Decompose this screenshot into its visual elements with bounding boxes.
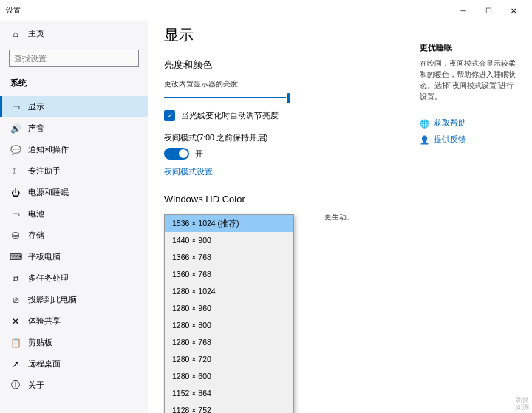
resolution-option[interactable]: 1128 × 752 [165, 402, 293, 413]
resolution-option[interactable]: 1280 × 1024 [165, 283, 293, 300]
nav-icon: 📋 [10, 338, 21, 348]
sidebar-item-7[interactable]: ⌨平板电脑 [0, 246, 148, 267]
resolution-option[interactable]: 1280 × 768 [165, 334, 293, 351]
sidebar-item-8[interactable]: ⧉多任务处理 [0, 267, 148, 289]
home-button[interactable]: ⌂ 主页 [0, 24, 148, 44]
app-title: 设置 [6, 5, 21, 16]
home-icon: ⌂ [10, 29, 21, 39]
nav-label: 显示 [28, 101, 44, 112]
slider-thumb[interactable] [287, 93, 290, 103]
resolution-dropdown[interactable]: 1536 × 1024 (推荐)1440 × 9001366 × 7681360… [164, 214, 294, 413]
checkbox-checked-icon[interactable]: ✓ [164, 110, 175, 121]
sidebar-item-5[interactable]: ▭电池 [0, 203, 148, 225]
resolution-option[interactable]: 1366 × 768 [165, 249, 293, 266]
nav-label: 电池 [28, 208, 44, 219]
auto-brightness-row[interactable]: ✓ 当光线变化时自动调节亮度 [164, 110, 437, 121]
nav-icon: 🔊 [10, 123, 21, 134]
sidebar-item-3[interactable]: ☾专注助手 [0, 160, 148, 182]
night-mode-toggle[interactable] [164, 148, 189, 160]
night-mode-settings-link[interactable]: 夜间模式设置 [164, 167, 437, 177]
nav-label: 远程桌面 [28, 358, 61, 369]
nav-icon: ⓘ [10, 380, 21, 391]
nav-label: 平板电脑 [28, 251, 61, 262]
nav-label: 投影到此电脑 [28, 294, 77, 305]
sidebar-item-1[interactable]: 🔊声音 [0, 117, 148, 139]
nav-label: 关于 [28, 380, 44, 391]
resolution-option[interactable]: 1280 × 960 [165, 300, 293, 317]
nav-label: 电源和睡眠 [28, 187, 69, 198]
resolution-option[interactable]: 1280 × 600 [165, 368, 293, 385]
sidebar-item-10[interactable]: ✕体验共享 [0, 310, 148, 332]
resolution-option[interactable]: 1280 × 720 [165, 351, 293, 368]
nav-icon: ⧉ [10, 273, 21, 284]
sidebar-item-4[interactable]: ⏻电源和睡眠 [0, 182, 148, 203]
nav-label: 存储 [28, 230, 44, 241]
nav-icon: ⎚ [10, 295, 21, 305]
sidebar-item-6[interactable]: ⛁存储 [0, 225, 148, 246]
nav-label: 体验共享 [28, 315, 61, 327]
feedback-icon: 👤 [420, 135, 429, 145]
nav-label: 专注助手 [28, 165, 61, 177]
main-area: 显示 亮度和颜色 更改内置显示器的亮度 ✓ 当光线变化时自动调节亮度 夜间模式(… [148, 21, 532, 413]
sidebar-item-13[interactable]: ⓘ关于 [0, 375, 148, 396]
sidebar-item-0[interactable]: ▭显示 [0, 96, 148, 117]
brightness-desc: 更改内置显示器的亮度 [164, 79, 437, 89]
nav-label: 通知和操作 [28, 144, 69, 155]
nav-icon: 💬 [10, 145, 21, 155]
page-title: 显示 [164, 25, 437, 45]
search-input[interactable] [9, 50, 139, 67]
sidebar: ⌂ 主页 系统 ▭显示🔊声音💬通知和操作☾专注助手⏻电源和睡眠▭电池⛁存储⌨平板… [0, 21, 148, 413]
nav-label: 多任务处理 [28, 273, 69, 284]
home-label: 主页 [28, 28, 44, 39]
auto-brightness-label: 当光线变化时自动调节亮度 [181, 111, 279, 121]
nav-icon: ⛁ [10, 231, 21, 241]
nav-label: 剪贴板 [28, 337, 52, 348]
nav-icon: ☾ [10, 166, 21, 177]
resolution-option[interactable]: 1280 × 800 [165, 317, 293, 334]
nav-icon: ⏻ [10, 188, 21, 198]
brightness-slider[interactable] [164, 97, 286, 98]
sidebar-item-9[interactable]: ⎚投影到此电脑 [0, 289, 148, 310]
titlebar: 设置 ─ ☐ ✕ [0, 0, 532, 21]
minimize-button[interactable]: ─ [451, 1, 476, 19]
feedback-link[interactable]: 👤 提供反馈 [420, 134, 516, 145]
resolution-option[interactable]: 1360 × 768 [165, 266, 293, 283]
nav-icon: ▭ [10, 209, 21, 219]
section-label: 系统 [0, 75, 148, 96]
maximize-button[interactable]: ☐ [476, 1, 501, 19]
brightness-heading: 亮度和颜色 [164, 58, 437, 72]
toggle-state-label: 开 [195, 149, 203, 160]
nav-icon: ⌨ [10, 252, 21, 262]
sidebar-item-12[interactable]: ↗远程桌面 [0, 353, 148, 375]
resolution-option[interactable]: 1440 × 900 [165, 232, 293, 249]
get-help-link[interactable]: 🌐 获取帮助 [420, 118, 516, 129]
close-button[interactable]: ✕ [501, 1, 526, 19]
nav-icon: ↗ [10, 359, 21, 369]
watermark: 新良众测 [516, 397, 529, 412]
aside-panel: 更优睡眠 在晚间，夜间模式会显示较柔和的暖色，帮助你进入睡眠状态。选择"夜间模式… [420, 43, 516, 151]
aside-text: 在晚间，夜间模式会显示较柔和的暖色，帮助你进入睡眠状态。选择"夜间模式设置"进行… [420, 58, 516, 102]
nav-list: ▭显示🔊声音💬通知和操作☾专注助手⏻电源和睡眠▭电池⛁存储⌨平板电脑⧉多任务处理… [0, 96, 148, 396]
hd-color-heading: Windows HD Color [164, 194, 437, 205]
help-icon: 🌐 [420, 119, 429, 129]
nav-icon: ▭ [10, 102, 21, 112]
resolution-option[interactable]: 1536 × 1024 (推荐) [165, 215, 293, 232]
aside-title: 更优睡眠 [420, 43, 516, 53]
nav-icon: ✕ [10, 316, 21, 327]
night-mode-label: 夜间模式(7:00 之前保持开启) [164, 133, 437, 143]
nav-label: 声音 [28, 123, 44, 134]
sidebar-item-11[interactable]: 📋剪贴板 [0, 332, 148, 353]
window-controls: ─ ☐ ✕ [451, 1, 526, 19]
resolution-option[interactable]: 1152 × 864 [165, 385, 293, 402]
sidebar-item-2[interactable]: 💬通知和操作 [0, 139, 148, 160]
